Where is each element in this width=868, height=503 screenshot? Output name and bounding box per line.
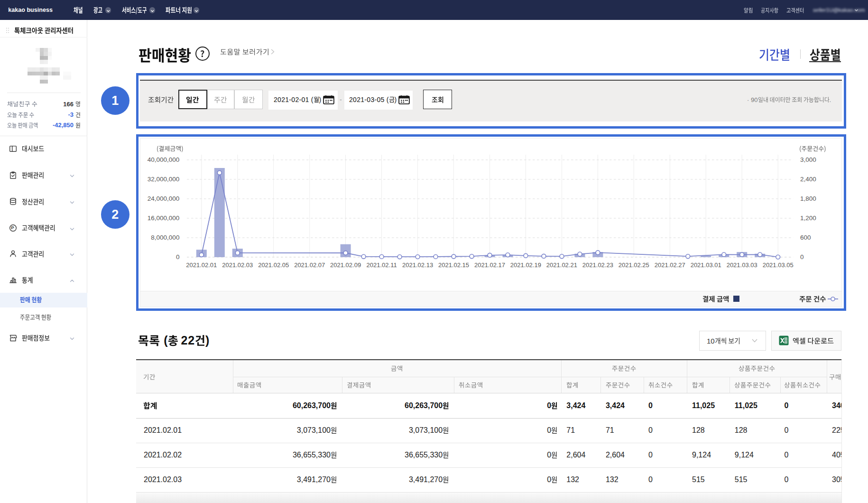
svg-text:2,400: 2,400 xyxy=(800,176,816,183)
svg-text:24,000,000: 24,000,000 xyxy=(148,195,180,202)
svg-text:2021.02.07: 2021.02.07 xyxy=(294,261,325,269)
svg-text:40,000,000: 40,000,000 xyxy=(148,156,180,163)
svg-text:2021.02.13: 2021.02.13 xyxy=(402,261,433,269)
svg-text:1,200: 1,200 xyxy=(800,214,816,222)
svg-text:32,000,000: 32,000,000 xyxy=(148,176,180,183)
svg-text:1,800: 1,800 xyxy=(800,195,816,202)
svg-text:0: 0 xyxy=(176,253,180,261)
svg-text:0: 0 xyxy=(800,253,804,261)
svg-text:600: 600 xyxy=(800,234,811,241)
svg-text:2021.03.03: 2021.03.03 xyxy=(727,261,757,269)
svg-text:2021.03.05: 2021.03.05 xyxy=(763,261,794,269)
svg-text:2021.02.17: 2021.02.17 xyxy=(474,261,505,269)
svg-text:2021.02.03: 2021.02.03 xyxy=(222,261,253,269)
svg-text:2021.02.25: 2021.02.25 xyxy=(619,261,649,269)
svg-text:2021.02.05: 2021.02.05 xyxy=(258,261,289,269)
svg-text:2021.02.15: 2021.02.15 xyxy=(438,261,469,269)
svg-text:2021.02.19: 2021.02.19 xyxy=(510,261,541,269)
svg-text:2021.03.01: 2021.03.01 xyxy=(691,261,721,269)
svg-text:2021.02.23: 2021.02.23 xyxy=(582,261,613,269)
svg-text:16,000,000: 16,000,000 xyxy=(148,214,180,222)
svg-text:2021.02.27: 2021.02.27 xyxy=(655,261,685,269)
svg-text:2021.02.09: 2021.02.09 xyxy=(330,261,361,269)
svg-text:2021.02.01: 2021.02.01 xyxy=(186,261,217,269)
svg-text:3,000: 3,000 xyxy=(800,156,816,163)
svg-text:2021.02.21: 2021.02.21 xyxy=(546,261,577,269)
svg-text:8,000,000: 8,000,000 xyxy=(151,234,179,241)
svg-text:2021.02.11: 2021.02.11 xyxy=(367,261,397,269)
